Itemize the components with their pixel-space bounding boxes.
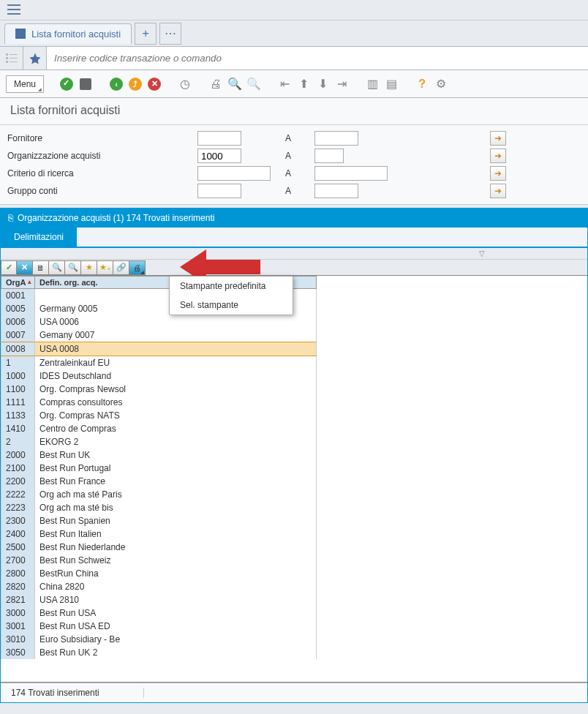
settings-icon[interactable]: ⚙ [433, 76, 449, 92]
save-icon[interactable] [78, 76, 94, 92]
layout2-icon[interactable]: ▤ [383, 76, 399, 92]
add-favorite-icon[interactable]: ★₊ [97, 260, 113, 275]
to-label: A [285, 186, 314, 196]
org-table: OrgA Defin. org. acq. 00010005Germany 00… [1, 276, 317, 659]
table-row[interactable]: 1100Org. Compras Newsol [1, 383, 317, 396]
favorite-icon[interactable]: ★ [81, 260, 97, 275]
collapse-toggle[interactable]: ▽ [1, 248, 587, 260]
filter-form: Fornitore A ➜ Organizzazione acquisti A … [0, 125, 588, 205]
find-next-icon[interactable]: 🔍 [246, 76, 262, 92]
transaction-input[interactable] [47, 47, 588, 69]
filter-label: Organizzazione acquisti [7, 151, 197, 161]
table-row[interactable]: 2200Best Run France [1, 475, 317, 488]
last-page-icon[interactable]: ⇥ [333, 76, 350, 92]
prev-page-icon[interactable]: ⬆ [295, 76, 312, 92]
table-row[interactable]: 2821USA 2810 [1, 593, 317, 606]
first-page-icon[interactable]: ⇤ [276, 76, 293, 92]
table-row[interactable]: 2223Org ach ma sté bis [1, 501, 317, 514]
table-row[interactable]: 3050Best Run UK 2 [1, 646, 317, 659]
svg-rect-2 [6, 57, 8, 59]
gruppo-from-input[interactable] [197, 184, 241, 198]
tab-options-button[interactable]: ⋯ [159, 23, 181, 45]
tab-delimitazioni[interactable]: Delimitazioni [1, 228, 77, 247]
fornitore-from-input[interactable] [197, 131, 241, 146]
status-bar: 174 Trovati inserimenti [1, 683, 587, 702]
next-page-icon[interactable]: ⬇ [314, 76, 331, 92]
table-row[interactable]: 2700Best Run Schweiz [1, 554, 317, 567]
to-label: A [285, 168, 314, 178]
multi-select-icon[interactable]: ➜ [490, 131, 506, 146]
table-row[interactable]: 2820China 2820 [1, 580, 317, 593]
table-row[interactable]: 2400Best Run Italien [1, 527, 317, 541]
print-icon[interactable]: 🖨 [208, 76, 224, 92]
layout-icon[interactable]: ▥ [364, 76, 380, 92]
list-icon [15, 29, 26, 39]
clock-icon[interactable]: ◷ [177, 76, 193, 92]
svg-rect-1 [10, 54, 18, 55]
accept-icon[interactable] [59, 76, 75, 92]
col-orga[interactable]: OrgA [1, 277, 35, 289]
command-bar [0, 47, 588, 70]
multi-select-icon[interactable]: ➜ [490, 184, 506, 198]
multi-select-icon[interactable]: ➜ [490, 166, 506, 181]
table-row[interactable]: 0006USA 0006 [1, 315, 317, 328]
list-view-icon[interactable] [0, 47, 23, 70]
favorites-icon[interactable] [23, 47, 47, 70]
table-row[interactable]: 2500Best Run Niederlande [1, 541, 317, 554]
org-from-input[interactable] [197, 149, 241, 163]
table-row[interactable]: 2100Best Run Portugal [1, 462, 317, 475]
table-row[interactable]: 0007Gemany 0007 [1, 328, 317, 342]
gruppo-to-input[interactable] [314, 184, 358, 198]
select-printer-item[interactable]: Sel. stampante [170, 296, 293, 315]
dialog-title: Organizzazione acquisti (1) 174 Trovati … [18, 213, 214, 223]
table-row[interactable]: 2222Org ach ma sté Paris [1, 488, 317, 501]
back-icon[interactable]: ‹ [108, 76, 124, 92]
svg-rect-5 [10, 61, 18, 62]
search-help-dialog: ⎘ Organizzazione acquisti (1) 174 Trovat… [0, 208, 588, 703]
table-row[interactable]: 1000IDES Deutschland [1, 369, 317, 383]
table-row[interactable]: 2800BestRun China [1, 567, 317, 580]
menu-button[interactable]: Menu [6, 75, 44, 93]
svg-rect-4 [6, 61, 8, 63]
print-dropdown-button[interactable]: 🖨 [129, 260, 146, 275]
table-row[interactable]: 2EKORG 2 [1, 435, 317, 448]
table-row[interactable]: 1133Org. Compras NATS [1, 409, 317, 422]
help-icon[interactable]: ? [414, 76, 430, 92]
exit-icon[interactable]: ⤴ [127, 76, 143, 92]
svg-rect-0 [6, 53, 8, 56]
binoculars-next-icon[interactable]: 🔍 [65, 260, 81, 275]
document-icon[interactable]: 🗎 [33, 260, 49, 275]
new-tab-button[interactable]: + [135, 23, 157, 45]
table-row[interactable]: 0008USA 0008 [1, 342, 317, 356]
table-row[interactable]: 2300Best Run Spanien [1, 514, 317, 527]
org-to-input[interactable] [314, 149, 344, 163]
svg-rect-3 [10, 58, 18, 59]
default-printer-item[interactable]: Stampante predefinita [170, 277, 293, 296]
table-row[interactable]: 3001Best Run USA ED [1, 620, 317, 633]
criterio-to-input[interactable] [314, 166, 388, 181]
main-toolbar: Menu ‹ ⤴ ✕ ◷ 🖨 🔍 🔍 ⇤ ⬆ ⬇ ⇥ ▥ ▤ ? ⚙ [0, 70, 588, 98]
grid-toolbar: ✓ ✕ 🗎 🔍 🔍 ★ ★₊ 🔗 🖨 Stampante predefinita… [1, 260, 587, 276]
table-row[interactable]: 1111Compras consultores [1, 396, 317, 409]
tab-title: Lista fornitori acquisti [31, 29, 121, 40]
accept-icon[interactable]: ✓ [1, 260, 17, 275]
criterio-from-input[interactable] [197, 166, 271, 181]
dialog-tabs: Delimitazioni [1, 228, 587, 248]
cancel-icon[interactable]: ✕ [146, 76, 162, 92]
table-row[interactable]: 1Zentraleinkauf EU [1, 356, 317, 370]
fornitore-to-input[interactable] [314, 131, 358, 146]
filter-label: Criterio di ricerca [7, 168, 197, 178]
close-icon[interactable]: ✕ [17, 260, 33, 275]
table-row[interactable]: 3000Best Run USA [1, 606, 317, 620]
binoculars-icon[interactable]: 🔍 [49, 260, 65, 275]
table-row[interactable]: 1410Centro de Compras [1, 422, 317, 435]
multi-select-icon[interactable]: ➜ [490, 149, 506, 163]
table-row[interactable]: 2000Best Run UK [1, 448, 317, 462]
active-tab[interactable]: Lista fornitori acquisti [4, 23, 132, 44]
link-icon[interactable]: 🔗 [113, 260, 129, 275]
tab-bar: Lista fornitori acquisti + ⋯ [0, 20, 588, 47]
hamburger-menu-icon[interactable] [7, 4, 20, 15]
data-grid-wrapper: OrgA Defin. org. acq. 00010005Germany 00… [1, 276, 587, 683]
table-row[interactable]: 3010Euro Subsidiary - Be [1, 633, 317, 646]
find-icon[interactable]: 🔍 [227, 76, 243, 92]
